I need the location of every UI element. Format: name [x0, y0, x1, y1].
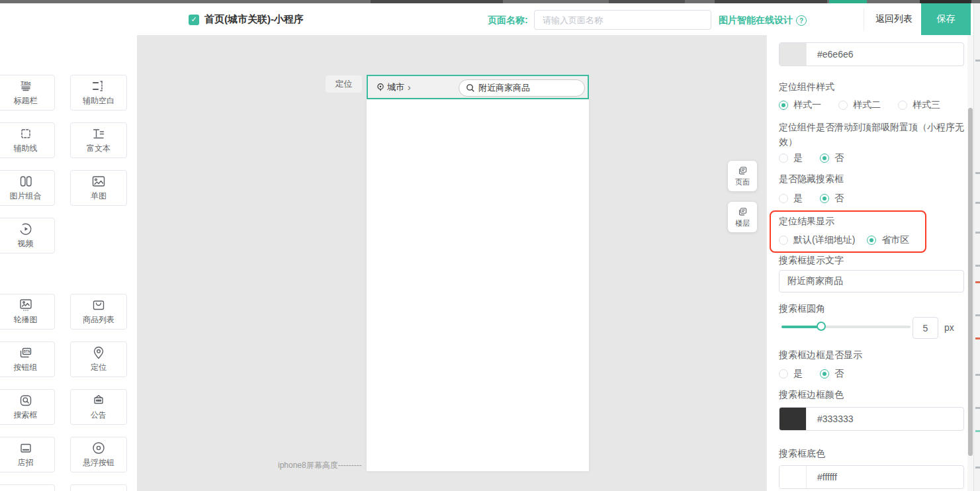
component-card-product-list[interactable]: 商品列表 — [70, 294, 127, 330]
back-to-list-button[interactable]: 返回列表 — [867, 3, 921, 35]
result-display-label: 定位结果显示 — [779, 216, 834, 228]
radio-icon[interactable] — [820, 194, 829, 203]
radio-icon[interactable] — [779, 194, 788, 203]
edge-artifact — [975, 407, 980, 409]
color-swatch[interactable] — [780, 466, 807, 488]
radio-label: 否 — [834, 193, 844, 204]
component-card-label: 悬浮按钮 — [83, 457, 114, 469]
background-color-field[interactable]: #e6e6e6 — [779, 42, 964, 66]
component-card-location[interactable]: 定位 — [70, 341, 127, 377]
save-button[interactable]: 保存 — [921, 3, 971, 35]
component-card-label: 辅助空白 — [83, 95, 114, 107]
component-card-label: 公告 — [91, 410, 107, 421]
component-card-rich-text[interactable]: 富文本 — [70, 122, 127, 158]
floors-panel-button[interactable]: 楼层 — [728, 202, 757, 232]
color-value: #333333 — [817, 414, 854, 424]
radio-border-yes[interactable]: 是 — [779, 368, 803, 380]
edge-artifact — [975, 172, 980, 174]
component-card-image-group[interactable]: 图片组合 — [0, 170, 55, 206]
radio-icon[interactable] — [898, 101, 907, 110]
header-divider — [864, 9, 864, 31]
pages-panel-button[interactable]: 页面 — [728, 161, 757, 191]
radio-icon[interactable] — [779, 154, 788, 163]
component-card-label: 富文本 — [87, 143, 111, 154]
component-card-button-group[interactable]: BTN 按钮组 — [0, 341, 55, 377]
design-canvas[interactable]: 定位 城市 › 附近商家商品 iphone8屏幕高度--------- — [137, 35, 766, 491]
city-label: 城市 — [387, 81, 404, 93]
page-name-label: 页面名称: — [488, 15, 528, 26]
smart-design-link[interactable]: 图片智能在线设计 ? — [719, 15, 807, 26]
radio-icon[interactable] — [838, 101, 848, 110]
city-selector[interactable]: 城市 › — [376, 81, 411, 93]
radio-style-1[interactable]: 样式一 — [779, 99, 821, 111]
preview-search-box[interactable]: 附近商家商品 — [459, 79, 585, 97]
radio-label: 样式二 — [853, 99, 881, 111]
component-card-helper-blank[interactable]: 辅助空白 — [70, 75, 127, 111]
radio-label: 是 — [793, 152, 803, 164]
radio-icon[interactable] — [820, 154, 829, 163]
component-card-helper-line[interactable]: 辅助线 — [0, 122, 55, 158]
radio-style-3[interactable]: 样式三 — [898, 99, 940, 111]
radio-style-2[interactable]: 样式二 — [838, 99, 881, 111]
search-placeholder-input[interactable] — [779, 270, 964, 292]
screen-height-note: iphone8屏幕高度--------- — [278, 460, 362, 471]
edge-artifact — [975, 430, 980, 432]
component-card-label: 定位 — [91, 362, 107, 373]
component-card-label: 按钮组 — [14, 362, 38, 373]
component-card-single-image[interactable]: 单图 — [70, 170, 127, 206]
component-card-partial[interactable] — [0, 484, 55, 491]
component-card-notice[interactable]: 公告 — [70, 389, 127, 425]
component-card-store-sign[interactable]: 店招 — [0, 437, 55, 472]
radio-sticky-no[interactable]: 否 — [820, 152, 844, 164]
radio-hide-no[interactable]: 否 — [820, 193, 844, 204]
component-card-title-bar[interactable]: Title 标题栏 — [0, 75, 55, 111]
search-bg-color-field[interactable]: #ffffff — [779, 465, 964, 489]
panel-scrollbar-thumb[interactable] — [968, 108, 973, 456]
smart-design-link-label: 图片智能在线设计 — [719, 15, 793, 26]
radio-icon[interactable] — [867, 236, 876, 245]
edge-artifact — [975, 337, 980, 339]
component-card-carousel[interactable]: 轮播图 — [0, 294, 55, 330]
radio-result-region[interactable]: 省市区 — [867, 234, 909, 246]
radio-icon[interactable] — [820, 369, 829, 379]
component-card-search-box[interactable]: 搜索框 — [0, 389, 55, 425]
radius-value-input[interactable] — [913, 317, 938, 339]
location-component-preview[interactable]: 城市 › 附近商家商品 — [367, 75, 589, 99]
radio-icon[interactable] — [779, 236, 788, 245]
component-card-float-button[interactable]: 悬浮按钮 — [70, 437, 127, 472]
radio-result-default[interactable]: 默认(详细地址) — [779, 234, 855, 246]
radio-sticky-yes[interactable]: 是 — [779, 152, 803, 164]
radius-slider[interactable] — [781, 326, 911, 328]
radio-border-no[interactable]: 否 — [820, 368, 844, 380]
edge-artifact — [975, 265, 980, 267]
radius-slider-thumb[interactable] — [817, 322, 826, 331]
component-card-video[interactable]: 视频 — [0, 218, 55, 253]
radio-icon[interactable] — [779, 369, 788, 379]
component-card-partial[interactable] — [70, 484, 127, 491]
component-card-label: 标题栏 — [14, 95, 38, 107]
page-checkbox[interactable]: ✓ — [189, 15, 199, 25]
color-swatch[interactable] — [780, 408, 807, 430]
radio-icon[interactable] — [779, 101, 788, 110]
help-circle-icon[interactable]: ? — [796, 15, 807, 26]
border-color-field[interactable]: #333333 — [779, 407, 964, 431]
radius-slider-fill — [781, 326, 821, 328]
search-box-icon — [18, 393, 34, 408]
panel-scrollbar-track[interactable] — [967, 35, 973, 491]
component-card-label: 视频 — [18, 238, 34, 249]
component-card-label: 单图 — [91, 191, 107, 202]
hide-search-radio-group: 是 否 — [779, 193, 861, 204]
float-button-icon — [91, 441, 107, 455]
style-group-label: 定位组件样式 — [779, 81, 834, 93]
hide-search-label: 是否隐藏搜索框 — [779, 173, 844, 185]
city-location-icon — [376, 83, 385, 92]
page-name-input[interactable] — [534, 10, 711, 30]
color-swatch[interactable] — [780, 43, 807, 66]
svg-text:BTN: BTN — [23, 350, 30, 353]
style-radio-group: 样式一 样式二 样式三 — [779, 99, 958, 111]
phone-screen[interactable] — [367, 99, 589, 471]
radio-label: 样式一 — [793, 99, 821, 111]
radio-label: 是 — [793, 368, 803, 380]
radio-hide-yes[interactable]: 是 — [779, 193, 803, 204]
location-icon — [91, 345, 107, 360]
